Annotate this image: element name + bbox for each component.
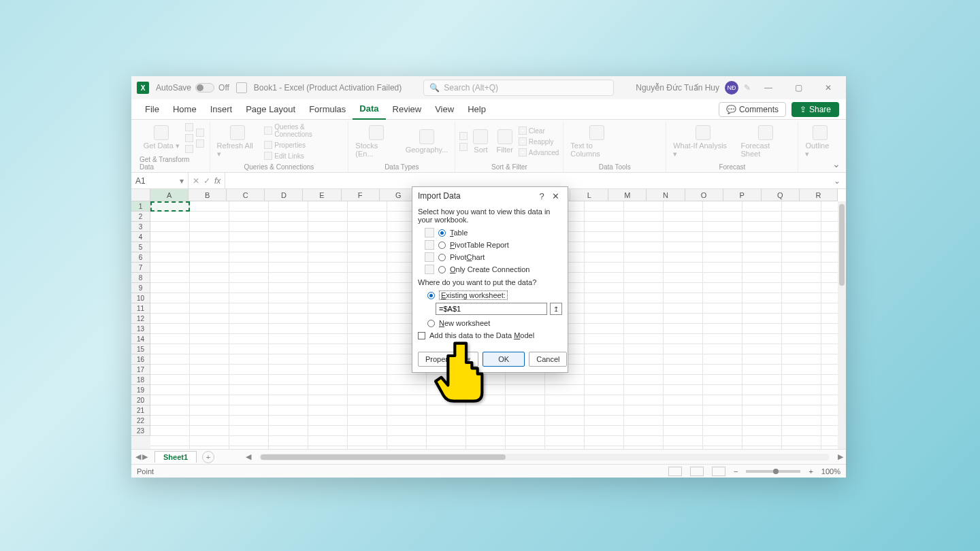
- formula-expand-button[interactable]: ⌄: [828, 176, 846, 186]
- option-table[interactable]: Table: [418, 227, 562, 239]
- autosave-toggle[interactable]: AutoSave Off: [156, 83, 229, 93]
- forecast-sheet-button[interactable]: Forecast Sheet: [738, 124, 794, 159]
- zoom-out-button[interactable]: −: [734, 467, 738, 475]
- dialog-close-button[interactable]: ✕: [549, 191, 562, 201]
- radio-icon[interactable]: [438, 254, 446, 261]
- dialog-titlebar[interactable]: Import Data ? ✕: [412, 187, 568, 205]
- existing-conn-button[interactable]: [196, 139, 204, 148]
- refresh-all-button[interactable]: Refresh All ▾: [214, 124, 262, 160]
- column-header[interactable]: N: [647, 189, 685, 201]
- enter-formula-icon[interactable]: ✓: [203, 176, 210, 186]
- row-header[interactable]: 9: [131, 283, 150, 293]
- row-header[interactable]: 21: [131, 405, 150, 416]
- row-header[interactable]: 13: [131, 324, 150, 334]
- name-box[interactable]: A1▾: [131, 173, 189, 188]
- search-input[interactable]: 🔍 Search (Alt+Q): [423, 80, 614, 96]
- edit-links-button[interactable]: Edit Links: [264, 151, 344, 161]
- row-header[interactable]: 19: [131, 385, 150, 395]
- hscroll-right[interactable]: ▶: [835, 452, 846, 461]
- row-header[interactable]: 1: [131, 201, 150, 212]
- row-header[interactable]: 8: [131, 273, 150, 283]
- zoom-level[interactable]: 100%: [821, 467, 840, 475]
- cancel-formula-icon[interactable]: ✕: [193, 176, 199, 186]
- option-connection-only[interactable]: Only Create Connection: [418, 263, 562, 276]
- zoom-slider[interactable]: [746, 470, 800, 473]
- column-header[interactable]: Q: [762, 189, 800, 201]
- range-selector-button[interactable]: ↥: [550, 303, 562, 315]
- radio-icon[interactable]: [438, 266, 446, 273]
- share-button[interactable]: ⇪ Share: [791, 102, 839, 117]
- radio-icon[interactable]: [438, 229, 446, 237]
- add-sheet-button[interactable]: +: [202, 451, 214, 463]
- queries-connections-button[interactable]: Queries & Connections: [264, 122, 344, 139]
- column-header[interactable]: O: [685, 189, 723, 201]
- row-header[interactable]: 5: [131, 242, 150, 252]
- column-header[interactable]: M: [608, 189, 647, 201]
- select-all-corner[interactable]: [131, 189, 150, 201]
- text-to-columns-button[interactable]: Text to Columns: [568, 124, 626, 159]
- row-header[interactable]: 6: [131, 252, 150, 263]
- option-pivotchart[interactable]: PivotChart: [418, 251, 562, 263]
- row-header[interactable]: 10: [131, 293, 150, 303]
- tab-file[interactable]: File: [138, 99, 166, 120]
- row-header[interactable]: 12: [131, 314, 150, 324]
- radio-icon[interactable]: [427, 292, 435, 299]
- horizontal-scrollbar[interactable]: [259, 454, 830, 461]
- row-header[interactable]: 22: [131, 416, 150, 426]
- toggle-icon[interactable]: [195, 83, 214, 93]
- row-header[interactable]: 18: [131, 375, 150, 385]
- row-header[interactable]: 16: [131, 354, 150, 365]
- sheet-next-button[interactable]: ▶: [142, 452, 148, 461]
- row-header[interactable]: 20: [131, 395, 150, 405]
- column-header[interactable]: B: [189, 189, 227, 201]
- cell-reference-input[interactable]: [436, 303, 547, 315]
- tab-data[interactable]: Data: [353, 99, 385, 120]
- save-icon[interactable]: [236, 82, 247, 93]
- row-header[interactable]: 17: [131, 365, 150, 375]
- column-header[interactable]: D: [265, 189, 303, 201]
- tab-help[interactable]: Help: [461, 99, 493, 120]
- hscroll-left[interactable]: ◀: [243, 452, 254, 461]
- checkbox-icon[interactable]: [418, 332, 425, 339]
- close-button[interactable]: ✕: [816, 79, 840, 97]
- properties-button[interactable]: Properties: [264, 140, 344, 150]
- comments-button[interactable]: 💬 Comments: [719, 102, 786, 117]
- recent-sources-button[interactable]: [196, 128, 204, 137]
- row-header[interactable]: 7: [131, 263, 150, 273]
- sort-asc-button[interactable]: [459, 131, 468, 141]
- from-table-button[interactable]: [185, 144, 193, 154]
- sheet-prev-button[interactable]: ◀: [135, 452, 141, 461]
- dialog-help-button[interactable]: ?: [535, 191, 549, 201]
- filter-button[interactable]: Filter: [493, 128, 515, 155]
- page-layout-view-button[interactable]: [690, 467, 704, 476]
- column-header[interactable]: R: [800, 189, 838, 201]
- ribbon-collapse-button[interactable]: ⌄: [832, 158, 840, 169]
- row-header[interactable]: 15: [131, 344, 150, 354]
- selected-cell[interactable]: [150, 201, 190, 212]
- row-header[interactable]: 23: [131, 426, 150, 436]
- outline-button[interactable]: Outline ▾: [802, 124, 838, 160]
- tab-home[interactable]: Home: [166, 99, 203, 120]
- clear-button[interactable]: Clear: [519, 126, 559, 135]
- tab-formulas[interactable]: Formulas: [302, 99, 353, 120]
- column-header[interactable]: E: [303, 189, 341, 201]
- from-web-button[interactable]: [185, 133, 193, 143]
- column-header[interactable]: L: [570, 189, 608, 201]
- row-header[interactable]: 14: [131, 334, 150, 344]
- row-header[interactable]: 4: [131, 232, 150, 242]
- tab-review[interactable]: Review: [386, 99, 429, 120]
- sheet-tab-active[interactable]: Sheet1: [154, 451, 197, 463]
- tab-page-layout[interactable]: Page Layout: [239, 99, 302, 120]
- what-if-button[interactable]: What-If Analysis ▾: [670, 124, 735, 160]
- column-header[interactable]: C: [227, 189, 265, 201]
- tab-view[interactable]: View: [428, 99, 461, 120]
- radio-icon[interactable]: [438, 241, 446, 249]
- geography-button[interactable]: Geography...: [403, 128, 451, 155]
- column-header[interactable]: P: [723, 189, 762, 201]
- fx-icon[interactable]: fx: [214, 176, 220, 186]
- sort-button[interactable]: Sort: [470, 128, 491, 155]
- stocks-button[interactable]: Stocks (En...: [353, 124, 399, 159]
- reapply-button[interactable]: Reapply: [519, 137, 559, 146]
- ok-button[interactable]: OK: [483, 352, 525, 367]
- maximize-button[interactable]: ▢: [786, 79, 811, 97]
